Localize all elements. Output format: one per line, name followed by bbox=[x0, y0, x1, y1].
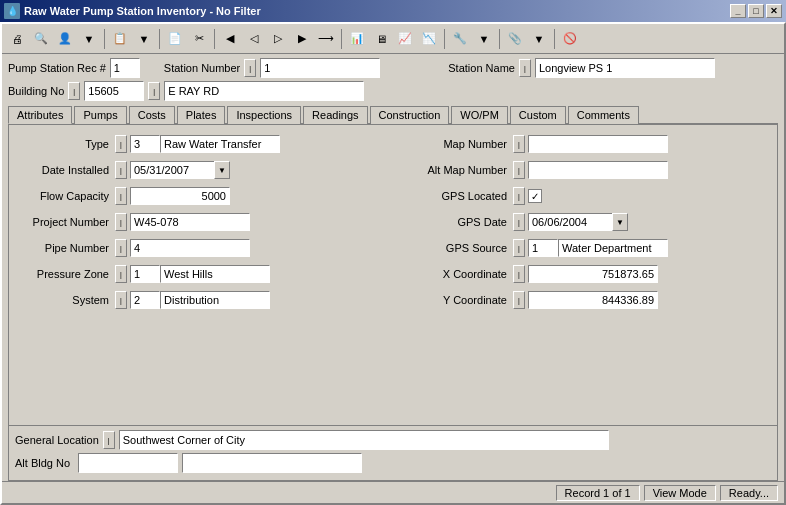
map-number-input[interactable] bbox=[528, 135, 668, 153]
screen-button[interactable]: 🖥 bbox=[370, 28, 392, 50]
cut-button[interactable]: ✂ bbox=[188, 28, 210, 50]
pipe-number-icon[interactable]: | bbox=[115, 239, 127, 257]
project-number-row: Project Number | bbox=[15, 211, 383, 233]
next-button[interactable]: ▷ bbox=[267, 28, 289, 50]
gps-located-checkbox[interactable]: ✓ bbox=[528, 189, 542, 203]
x-coordinate-icon[interactable]: | bbox=[513, 265, 525, 283]
date-installed-input[interactable] bbox=[130, 161, 215, 179]
pipe-number-input[interactable] bbox=[130, 239, 250, 257]
tab-custom[interactable]: Custom bbox=[510, 106, 566, 124]
building-no-label: Building No bbox=[8, 85, 64, 97]
pressure-zone-icon[interactable]: | bbox=[115, 265, 127, 283]
tab-costs[interactable]: Costs bbox=[129, 106, 175, 124]
y-coordinate-row: Y Coordinate | bbox=[403, 289, 771, 311]
alt-map-number-row: Alt Map Number | bbox=[403, 159, 771, 181]
type-num-input[interactable] bbox=[130, 135, 160, 153]
y-coordinate-icon[interactable]: | bbox=[513, 291, 525, 309]
title-bar: 💧 Raw Water Pump Station Inventory - No … bbox=[0, 0, 786, 22]
general-location-icon[interactable]: | bbox=[103, 431, 115, 449]
toolbar-separator-7 bbox=[554, 29, 555, 49]
alt-bldg-no-input-2[interactable] bbox=[182, 453, 362, 473]
settings-dropdown-button[interactable]: ▼ bbox=[473, 28, 495, 50]
toolbar-separator-2 bbox=[159, 29, 160, 49]
ready-status: Ready... bbox=[720, 485, 778, 501]
flow-capacity-icon[interactable]: | bbox=[115, 187, 127, 205]
type-row: Type | bbox=[15, 133, 383, 155]
tab-attributes[interactable]: Attributes bbox=[8, 106, 72, 124]
gps-date-icon[interactable]: | bbox=[513, 213, 525, 231]
system-value-input[interactable] bbox=[160, 291, 270, 309]
search-button[interactable]: 🔍 bbox=[30, 28, 52, 50]
alt-bldg-no-input-1[interactable] bbox=[78, 453, 178, 473]
alt-map-number-icon[interactable]: | bbox=[513, 161, 525, 179]
project-number-input[interactable] bbox=[130, 213, 250, 231]
first-button[interactable]: ◀ bbox=[219, 28, 241, 50]
bottom-section: General Location | Alt Bldg No bbox=[8, 426, 778, 481]
tab-inspections[interactable]: Inspections bbox=[227, 106, 301, 124]
project-number-icon[interactable]: | bbox=[115, 213, 127, 231]
tab-wo-pm[interactable]: WO/PM bbox=[451, 106, 508, 124]
graph2-button[interactable]: 📉 bbox=[418, 28, 440, 50]
type-value-input[interactable] bbox=[160, 135, 280, 153]
rec-input[interactable] bbox=[110, 58, 140, 78]
date-installed-icon[interactable]: | bbox=[115, 161, 127, 179]
tab-construction[interactable]: Construction bbox=[370, 106, 450, 124]
system-icon[interactable]: | bbox=[115, 291, 127, 309]
station-number-input[interactable] bbox=[260, 58, 380, 78]
type-icon[interactable]: | bbox=[115, 135, 127, 153]
building-no-icon[interactable]: | bbox=[68, 82, 80, 100]
layout-button[interactable]: 📋 bbox=[109, 28, 131, 50]
project-number-label: Project Number bbox=[15, 216, 115, 228]
gps-date-row: GPS Date | ▼ bbox=[403, 211, 771, 233]
user-button[interactable]: 👤 bbox=[54, 28, 76, 50]
goto-button[interactable]: ⟶ bbox=[315, 28, 337, 50]
gps-source-value-input[interactable] bbox=[558, 239, 668, 257]
graph1-button[interactable]: 📈 bbox=[394, 28, 416, 50]
station-name-input[interactable] bbox=[535, 58, 715, 78]
general-location-input[interactable] bbox=[119, 430, 609, 450]
new-button[interactable]: 📄 bbox=[164, 28, 186, 50]
maximize-button[interactable]: □ bbox=[748, 4, 764, 18]
gps-source-icon[interactable]: | bbox=[513, 239, 525, 257]
station-number-icon[interactable]: | bbox=[244, 59, 256, 77]
pressure-zone-num-input[interactable] bbox=[130, 265, 160, 283]
settings-button[interactable]: 🔧 bbox=[449, 28, 471, 50]
y-coordinate-input[interactable] bbox=[528, 291, 658, 309]
attach-button[interactable]: 📎 bbox=[504, 28, 526, 50]
date-installed-dropdown[interactable]: ▼ bbox=[214, 161, 230, 179]
building-address-icon[interactable]: | bbox=[148, 82, 160, 100]
gps-located-row: GPS Located | ✓ bbox=[403, 185, 771, 207]
toolbar-separator-3 bbox=[214, 29, 215, 49]
pressure-zone-label: Pressure Zone bbox=[15, 268, 115, 280]
tab-plates[interactable]: Plates bbox=[177, 106, 226, 124]
last-button[interactable]: ▶ bbox=[291, 28, 313, 50]
building-no-input[interactable] bbox=[84, 81, 144, 101]
close-button[interactable]: ✕ bbox=[766, 4, 782, 18]
gps-date-label: GPS Date bbox=[403, 216, 513, 228]
gps-date-dropdown[interactable]: ▼ bbox=[612, 213, 628, 231]
map-number-icon[interactable]: | bbox=[513, 135, 525, 153]
tab-comments[interactable]: Comments bbox=[568, 106, 639, 124]
window-title: Raw Water Pump Station Inventory - No Fi… bbox=[24, 5, 730, 17]
building-address-input[interactable] bbox=[164, 81, 364, 101]
flow-capacity-input[interactable] bbox=[130, 187, 230, 205]
x-coordinate-input[interactable] bbox=[528, 265, 658, 283]
system-num-input[interactable] bbox=[130, 291, 160, 309]
chart-button[interactable]: 📊 bbox=[346, 28, 368, 50]
gps-date-input[interactable] bbox=[528, 213, 613, 231]
window-controls[interactable]: _ □ ✕ bbox=[730, 4, 782, 18]
gps-located-icon[interactable]: | bbox=[513, 187, 525, 205]
gps-source-num-input[interactable] bbox=[528, 239, 558, 257]
filter-dropdown-button[interactable]: ▼ bbox=[78, 28, 100, 50]
tab-readings[interactable]: Readings bbox=[303, 106, 367, 124]
station-name-icon[interactable]: | bbox=[519, 59, 531, 77]
cancel-button[interactable]: 🚫 bbox=[559, 28, 581, 50]
attach-dropdown-button[interactable]: ▼ bbox=[528, 28, 550, 50]
minimize-button[interactable]: _ bbox=[730, 4, 746, 18]
prev-button[interactable]: ◁ bbox=[243, 28, 265, 50]
tab-pumps[interactable]: Pumps bbox=[74, 106, 126, 124]
layout-dropdown-button[interactable]: ▼ bbox=[133, 28, 155, 50]
pressure-zone-value-input[interactable] bbox=[160, 265, 270, 283]
print-button[interactable]: 🖨 bbox=[6, 28, 28, 50]
alt-map-number-input[interactable] bbox=[528, 161, 668, 179]
